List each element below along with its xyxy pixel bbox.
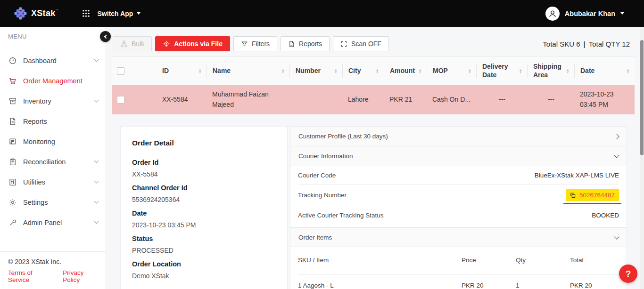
sort-icon: ▲▼	[334, 69, 338, 73]
column-header-date[interactable]: Date ▲▼	[574, 64, 635, 78]
tracking-number-copy[interactable]: 5026764487	[566, 189, 619, 201]
chevron-down-icon	[137, 12, 140, 15]
sidebar-collapse-button[interactable]	[100, 31, 111, 42]
cell-order-id: XX-5584	[157, 95, 206, 105]
items-column-total: Total	[570, 257, 619, 264]
chevron-down-icon	[94, 179, 99, 184]
column-header-amount[interactable]: Amount ▲▼	[384, 64, 427, 78]
item-sku: 1 Aagosh - L	[298, 282, 462, 289]
user-menu[interactable]: Abubakar Khan	[545, 7, 624, 21]
accordion-customer-profile[interactable]: Customer Profile (Last 30 days)	[290, 127, 627, 146]
chevron-down-icon	[614, 153, 619, 158]
user-name: Abubakar Khan	[565, 10, 615, 17]
cell-date: 2023-10-23 03:45 PM	[574, 89, 635, 110]
order-items-table: SKU / Item Price Qty Total 1 Aagosh - L …	[290, 247, 627, 289]
sidebar-item-label: Inventory	[23, 97, 51, 105]
accordion-courier-information[interactable]: Courier Information	[290, 146, 627, 166]
column-header-name[interactable]: Name ▲▼	[206, 64, 289, 78]
sidebar-item-label: Settings	[23, 199, 48, 206]
scan-toggle-button[interactable]: Scan OFF	[333, 36, 389, 51]
cell-city: Lahore	[342, 95, 384, 105]
cell-mop: Cash On D...	[427, 95, 476, 105]
reports-button[interactable]: Reports	[281, 36, 330, 51]
actions-via-file-label: Actions via File	[174, 40, 223, 48]
tracking-number-value: 5026764487	[579, 192, 615, 199]
document-icon	[8, 117, 17, 126]
scan-icon	[340, 40, 347, 48]
field-label-order-location: Order Location	[132, 260, 276, 268]
accordion-title: Courier Information	[298, 153, 353, 160]
field-value-date: 2023-10-23 03:45 PM	[132, 221, 276, 229]
cell-shipping-area: ---	[527, 95, 574, 105]
tracking-status-label: Active Courier Tracking Status	[298, 212, 384, 219]
switch-app-dropdown[interactable]: Switch App	[98, 10, 141, 17]
bulk-button[interactable]: Bulk	[113, 36, 152, 51]
sidebar-item-reconciliation[interactable]: Reconciliation	[0, 152, 106, 172]
sidebar-nav: Dashboard Order Management Inventory	[0, 50, 106, 233]
cart-icon	[8, 77, 17, 85]
avatar	[545, 7, 560, 21]
field-label-status: Status	[132, 235, 276, 242]
field-value-order-location: Demo XStak	[132, 272, 276, 280]
column-header-city[interactable]: City ▲▼	[342, 64, 384, 78]
column-header-mop[interactable]: MOP ▲▼	[427, 64, 476, 78]
courier-information-body: Courier Code BlueEx-XStak XAP-LMS LIVE T…	[290, 166, 627, 224]
row-checkbox[interactable]	[117, 96, 124, 104]
privacy-policy-link[interactable]: Privacy Policy	[63, 269, 98, 283]
cell-amount: PKR 21	[384, 95, 427, 105]
sidebar-footer: © 2023 XStak Inc. Terms of Service Priva…	[0, 251, 106, 289]
monitor-icon	[8, 137, 17, 146]
column-label: City	[348, 67, 361, 75]
column-header-number[interactable]: Number ▲▼	[289, 64, 342, 78]
bulk-button-label: Bulk	[132, 40, 144, 48]
red-underline-annotation	[563, 203, 621, 204]
orders-table-header: ID ▲▼ Name ▲▼ Number ▲▼ City ▲▼ Amount ▲…	[112, 56, 635, 85]
chevron-left-icon	[104, 34, 107, 38]
column-header-shipping-area[interactable]: Shipping Area ▲▼	[527, 64, 574, 78]
sidebar-item-reports[interactable]: Reports	[0, 111, 106, 131]
scrollbar-thumb[interactable]	[640, 40, 644, 155]
accordion-order-items[interactable]: Order Items	[290, 227, 627, 247]
gauge-icon	[8, 56, 17, 65]
chevron-down-icon	[94, 219, 99, 224]
column-label: Delivery Date	[482, 63, 512, 79]
filters-button[interactable]: Filters	[233, 36, 277, 51]
chevron-down-icon	[620, 12, 624, 15]
sidebar-item-admin-panel[interactable]: Admin Panel	[0, 212, 106, 233]
column-header-delivery-date[interactable]: Delivery Date ▲▼	[476, 64, 527, 78]
topbar: XStak Switch App Abubakar Khan	[0, 0, 644, 27]
filters-button-label: Filters	[252, 40, 270, 48]
app-grid-icon[interactable]	[82, 9, 90, 17]
sort-icon: ▲▼	[281, 69, 285, 73]
courier-code-value: BlueEx-XStak XAP-LMS LIVE	[535, 172, 619, 179]
items-column-qty: Qty	[516, 257, 570, 264]
sidebar-item-label: Order Management	[23, 77, 83, 85]
column-label: MOP	[433, 67, 448, 75]
sidebar-item-inventory[interactable]: Inventory	[0, 91, 106, 111]
sidebar-item-utilities[interactable]: Utilities	[0, 172, 106, 192]
help-button[interactable]: ?	[619, 265, 637, 283]
totals-separator: |	[584, 40, 586, 48]
sidebar-item-settings[interactable]: Settings	[0, 192, 106, 212]
brand-logo: XStak	[14, 7, 56, 20]
select-all-checkbox[interactable]	[117, 67, 124, 75]
menu-label: MENU	[0, 27, 106, 40]
chevron-down-icon	[94, 57, 99, 62]
item-price: PKR 20	[462, 282, 516, 289]
actions-via-file-button[interactable]: Actions via File	[155, 36, 230, 51]
chevron-down-icon	[94, 98, 99, 103]
sidebar-item-label: Dashboard	[23, 57, 57, 64]
chevron-down-icon	[614, 234, 619, 239]
tracking-status-row: Active Courier Tracking Status BOOKED	[298, 206, 619, 224]
sidebar-item-monitoring[interactable]: Monitoring	[0, 131, 106, 152]
crosshair-icon	[163, 40, 170, 48]
column-header-id[interactable]: ID ▲▼	[157, 64, 206, 78]
sidebar-item-dashboard[interactable]: Dashboard	[0, 50, 106, 71]
cell-customer-name: Muhammad Faizan Majeed	[206, 89, 289, 110]
sidebar-item-label: Reconciliation	[23, 158, 66, 166]
sidebar-item-order-management[interactable]: Order Management	[0, 71, 106, 91]
terms-of-service-link[interactable]: Terms of Service	[8, 269, 50, 283]
order-row[interactable]: XX-5584 Muhammad Faizan Majeed Lahore PK…	[112, 85, 635, 114]
toolbar: Bulk Actions via File Filters	[113, 36, 630, 51]
wrench-icon	[8, 218, 17, 227]
